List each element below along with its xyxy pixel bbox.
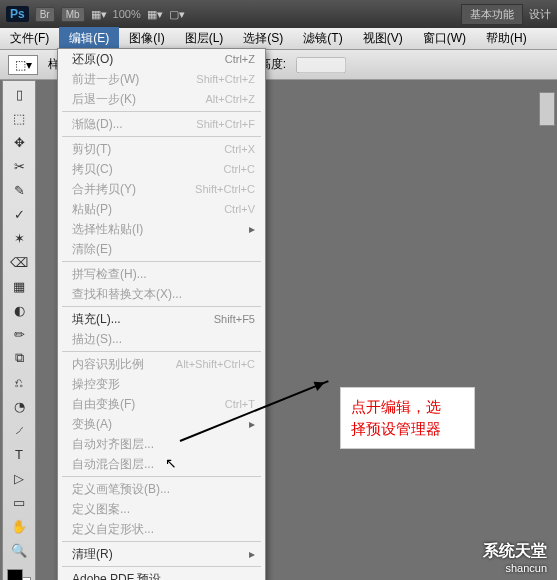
menu-item-label: 合并拷贝(Y) <box>72 181 195 197</box>
toolbox: ▯⬚✥✂✎✓✶⌫▦◐✏⧉⎌◔⟋T▷▭✋🔍 <box>2 80 36 580</box>
menu-item-label: 拷贝(C) <box>72 161 224 177</box>
menu-item-label: 拼写检查(H)... <box>72 266 255 282</box>
zoom-level[interactable]: 100% <box>113 8 141 20</box>
menu-item-2-2: 合并拷贝(Y)Shift+Ctrl+C <box>58 179 265 199</box>
menu-item-5-1: 操控变形 <box>58 374 265 394</box>
tool-14[interactable]: ⟋ <box>8 421 30 439</box>
arrange-icon[interactable]: ▦▾ <box>147 8 163 21</box>
tool-15[interactable]: T <box>8 445 30 463</box>
menu-item-label: 剪切(T) <box>72 141 224 157</box>
menu-item-6-0: 定义画笔预设(B)... <box>58 479 265 499</box>
tool-18[interactable]: ✋ <box>8 517 30 535</box>
menu-item-shortcut: Shift+Ctrl+F <box>196 116 255 132</box>
tool-6[interactable]: ✶ <box>8 229 30 247</box>
menu-item-label: 渐隐(D)... <box>72 116 196 132</box>
menu-item-label: 定义图案... <box>72 501 255 517</box>
watermark-line1: 系统天堂 <box>483 541 547 562</box>
workspace-design[interactable]: 设计 <box>529 7 551 22</box>
menu-item-6-2: 定义自定形状... <box>58 519 265 539</box>
tool-preset-icon[interactable]: ⬚▾ <box>8 55 38 75</box>
menu-item-3-0: 拼写检查(H)... <box>58 264 265 284</box>
submenu-arrow-icon: ▸ <box>249 546 255 562</box>
menu-5[interactable]: 滤镜(T) <box>293 27 352 50</box>
ps-logo-icon: Ps <box>6 6 29 22</box>
tool-2[interactable]: ✥ <box>8 133 30 151</box>
tool-11[interactable]: ⧉ <box>8 349 30 367</box>
tool-1[interactable]: ⬚ <box>8 109 30 127</box>
menu-2[interactable]: 图像(I) <box>119 27 174 50</box>
menu-item-label: 填充(L)... <box>72 311 214 327</box>
tool-9[interactable]: ◐ <box>8 301 30 319</box>
tool-0[interactable]: ▯ <box>8 85 30 103</box>
tool-5[interactable]: ✓ <box>8 205 30 223</box>
menu-item-shortcut: Alt+Ctrl+Z <box>205 91 255 107</box>
menu-item-4-1: 描边(S)... <box>58 329 265 349</box>
menu-item-2-3: 粘贴(P)Ctrl+V <box>58 199 265 219</box>
watermark-line2: shancun <box>483 562 547 574</box>
menu-7[interactable]: 窗口(W) <box>413 27 476 50</box>
menu-item-2-0: 剪切(T)Ctrl+X <box>58 139 265 159</box>
tool-8[interactable]: ▦ <box>8 277 30 295</box>
menu-item-1-0: 渐隐(D)...Shift+Ctrl+F <box>58 114 265 134</box>
view-icon[interactable]: ▦▾ <box>91 8 107 21</box>
menu-item-0-2: 后退一步(K)Alt+Ctrl+Z <box>58 89 265 109</box>
menu-item-label: 清除(E) <box>72 241 255 257</box>
menu-item-5-4: 自动对齐图层... <box>58 434 265 454</box>
menu-item-3-1: 查找和替换文本(X)... <box>58 284 265 304</box>
menu-item-label: 自由变换(F) <box>72 396 225 412</box>
menu-8[interactable]: 帮助(H) <box>476 27 537 50</box>
menu-item-2-1: 拷贝(C)Ctrl+C <box>58 159 265 179</box>
annotation-line2: 择预设管理器 <box>351 418 464 440</box>
menu-item-7-0[interactable]: 清理(R)▸ <box>58 544 265 564</box>
menu-6[interactable]: 视图(V) <box>353 27 413 50</box>
menu-item-shortcut: Ctrl+V <box>224 201 255 217</box>
menu-item-label: 自动对齐图层... <box>72 436 255 452</box>
menu-item-shortcut: Shift+Ctrl+Z <box>196 71 255 87</box>
bridge-button[interactable]: Br <box>35 7 55 22</box>
menu-item-0-0[interactable]: 还原(O)Ctrl+Z <box>58 49 265 69</box>
menu-item-0-1: 前进一步(W)Shift+Ctrl+Z <box>58 69 265 89</box>
menu-item-label: 定义自定形状... <box>72 521 255 537</box>
tool-17[interactable]: ▭ <box>8 493 30 511</box>
menu-item-shortcut: Ctrl+Z <box>225 51 255 67</box>
menu-0[interactable]: 文件(F) <box>0 27 59 50</box>
screen-icon[interactable]: ▢▾ <box>169 8 185 21</box>
menu-item-4-0[interactable]: 填充(L)...Shift+F5 <box>58 309 265 329</box>
menu-item-label: 粘贴(P) <box>72 201 224 217</box>
menu-item-2-4: 选择性粘贴(I)▸ <box>58 219 265 239</box>
menu-item-label: 描边(S)... <box>72 331 255 347</box>
fg-bg-color[interactable] <box>7 569 31 580</box>
tool-7[interactable]: ⌫ <box>8 253 30 271</box>
menu-3[interactable]: 图层(L) <box>175 27 234 50</box>
watermark: 系统天堂 shancun <box>483 541 547 574</box>
submenu-arrow-icon: ▸ <box>249 221 255 237</box>
menu-1[interactable]: 编辑(E) <box>59 27 119 50</box>
tool-10[interactable]: ✏ <box>8 325 30 343</box>
menu-item-shortcut: Alt+Shift+Ctrl+C <box>176 356 255 372</box>
workspace-switcher[interactable]: 基本功能 <box>461 4 523 25</box>
app-bar: Ps Br Mb ▦▾ 100% ▦▾ ▢▾ 基本功能 设计 <box>0 0 557 28</box>
menu-item-label: 还原(O) <box>72 51 225 67</box>
menu-item-label: 选择性粘贴(I) <box>72 221 245 237</box>
tool-16[interactable]: ▷ <box>8 469 30 487</box>
menu-item-8-0[interactable]: Adobe PDF 预设... <box>58 569 265 580</box>
menu-item-label: 清理(R) <box>72 546 245 562</box>
menu-item-2-5: 清除(E) <box>58 239 265 259</box>
menu-item-shortcut: Ctrl+X <box>224 141 255 157</box>
tool-4[interactable]: ✎ <box>8 181 30 199</box>
menu-4[interactable]: 选择(S) <box>233 27 293 50</box>
menu-item-shortcut: Ctrl+T <box>225 396 255 412</box>
edit-menu-dropdown: 还原(O)Ctrl+Z前进一步(W)Shift+Ctrl+Z后退一步(K)Alt… <box>57 48 266 580</box>
tool-13[interactable]: ◔ <box>8 397 30 415</box>
minibridge-button[interactable]: Mb <box>61 7 85 22</box>
menu-item-5-2: 自由变换(F)Ctrl+T <box>58 394 265 414</box>
menu-item-label: 操控变形 <box>72 376 255 392</box>
collapsed-panel[interactable] <box>539 92 555 126</box>
tool-3[interactable]: ✂ <box>8 157 30 175</box>
submenu-arrow-icon: ▸ <box>249 416 255 432</box>
tool-19[interactable]: 🔍 <box>8 541 30 559</box>
tool-12[interactable]: ⎌ <box>8 373 30 391</box>
menu-bar: 文件(F)编辑(E)图像(I)图层(L)选择(S)滤镜(T)视图(V)窗口(W)… <box>0 28 557 50</box>
height-input[interactable] <box>296 57 346 73</box>
menu-item-shortcut: Ctrl+C <box>224 161 255 177</box>
